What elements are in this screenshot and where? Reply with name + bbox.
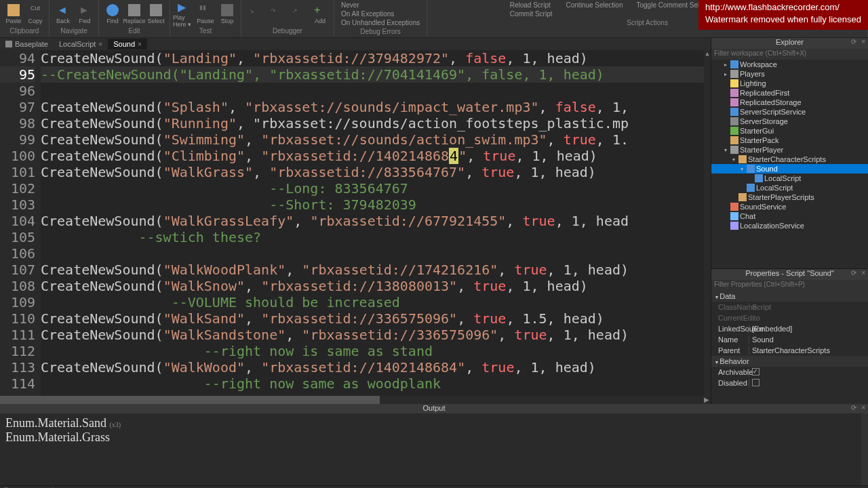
tree-item-startergui[interactable]: StarterGui bbox=[711, 126, 868, 136]
stepinto-button[interactable]: ↘ bbox=[244, 1, 266, 27]
output-body[interactable]: Enum.Material.Sand (x3) Enum.Material.Gr… bbox=[0, 413, 868, 485]
tree-item-starterplayer[interactable]: ▾StarterPlayer bbox=[711, 145, 868, 155]
baseplate-icon bbox=[5, 41, 12, 47]
add-watch-button[interactable]: +Add bbox=[309, 1, 331, 27]
panel-controls[interactable]: ⟳ × bbox=[851, 38, 867, 45]
tree-item-starterplayerscripts[interactable]: StarterPlayerScripts bbox=[711, 192, 868, 202]
tree-item-startercharacterscripts[interactable]: ▾StarterCharacterScripts bbox=[711, 155, 868, 164]
paste-button[interactable]: Paste bbox=[3, 1, 24, 27]
code-editor[interactable]: 9495969798991001011021031041051061071081… bbox=[0, 50, 711, 396]
prop-classname: ClassNameScript bbox=[711, 302, 868, 312]
panel-controls[interactable]: ⟳ × bbox=[851, 269, 867, 277]
prop-archivable[interactable]: Archivable bbox=[711, 367, 868, 378]
prop-currentedito: CurrentEdito bbox=[711, 312, 868, 323]
tree-item-serverscriptservice[interactable]: ServerScriptService bbox=[711, 107, 868, 117]
stop-button[interactable]: Stop bbox=[216, 1, 238, 27]
group-test: Test bbox=[199, 27, 212, 37]
cut-button[interactable]: Cut bbox=[24, 1, 46, 14]
tree-item-lighting[interactable]: Lighting bbox=[711, 79, 868, 88]
watermark-banner: http://www.flashbackrecorder.com/ Waterm… bbox=[698, 0, 868, 30]
tree-item-soundservice[interactable]: SoundService bbox=[711, 202, 868, 211]
select-button[interactable]: Select bbox=[145, 1, 167, 27]
output-header: Output⟳ × bbox=[0, 404, 868, 413]
tree-item-serverstorage[interactable]: ServerStorage bbox=[711, 117, 868, 126]
tab-baseplate[interactable]: Baseplate bbox=[0, 39, 54, 49]
tree-item-players[interactable]: ▸Players bbox=[711, 69, 868, 79]
play-button[interactable]: ▶Play Here ▾ bbox=[173, 1, 195, 27]
horizontal-scrollbar[interactable]: ▶ bbox=[0, 396, 711, 404]
group-debugger: Debugger bbox=[273, 27, 302, 37]
tree-item-sound[interactable]: ▾Sound bbox=[711, 164, 868, 174]
tree-item-localizationservice[interactable]: LocalizationService bbox=[711, 221, 868, 230]
section-behavior[interactable]: Behavior bbox=[711, 356, 868, 367]
pause-button[interactable]: ▮▮Pause bbox=[195, 1, 216, 27]
explorer-header: Explorer⟳ × bbox=[711, 38, 868, 49]
properties-header: Properties - Script "Sound"⟳ × bbox=[711, 269, 868, 280]
prop-disabled[interactable]: Disabled bbox=[711, 378, 868, 388]
tree-item-workspace[interactable]: ▸Workspace bbox=[711, 60, 868, 69]
tree-item-starterpack[interactable]: StarterPack bbox=[711, 136, 868, 145]
group-clipboard: Clipboard bbox=[10, 27, 39, 37]
group-scriptactions: Script Actions bbox=[627, 19, 668, 28]
close-icon[interactable]: × bbox=[98, 41, 102, 48]
tab-sound[interactable]: Sound× bbox=[108, 39, 147, 49]
replace-button[interactable]: Replace bbox=[123, 1, 145, 27]
section-data[interactable]: Data bbox=[711, 291, 868, 302]
prop-linkedsource[interactable]: LinkedSource[Embedded] bbox=[711, 323, 868, 334]
group-edit: Edit bbox=[128, 27, 140, 37]
tree-item-replicatedstorage[interactable]: ReplicatedStorage bbox=[711, 98, 868, 107]
tree-item-chat[interactable]: Chat bbox=[711, 211, 868, 221]
stepout-button[interactable]: ↗ bbox=[288, 1, 309, 27]
group-debugerrors: Debug Errors bbox=[360, 28, 400, 37]
properties-filter[interactable]: Filter Properties (Ctrl+Shift+P) bbox=[711, 280, 868, 291]
tree-item-localscript[interactable]: LocalScript bbox=[711, 183, 868, 192]
explorer-tree: ▸Workspace▸PlayersLightingReplicatedFirs… bbox=[711, 60, 868, 268]
tab-localscript[interactable]: LocalScript× bbox=[54, 39, 108, 49]
editor-tabs: Baseplate LocalScript× Sound× bbox=[0, 38, 711, 50]
debug-errors-options[interactable]: Never On All Exceptions On Unhandled Exc… bbox=[337, 0, 424, 28]
vertical-scrollbar[interactable]: ▲ bbox=[704, 50, 711, 396]
tree-item-localscript[interactable]: LocalScript bbox=[711, 174, 868, 183]
prop-parent[interactable]: ParentStarterCharacterScripts bbox=[711, 345, 868, 356]
fwd-button[interactable]: ►Fwd bbox=[74, 1, 96, 27]
copy-button[interactable]: Copy bbox=[24, 14, 46, 27]
back-button[interactable]: ◄Back bbox=[52, 1, 74, 27]
find-button[interactable]: Find bbox=[102, 1, 123, 27]
group-navigate: Navigate bbox=[60, 27, 87, 37]
tree-item-replicatedfirst[interactable]: ReplicatedFirst bbox=[711, 88, 868, 98]
prop-name[interactable]: NameSound bbox=[711, 334, 868, 345]
explorer-filter[interactable]: Filter workspace (Ctrl+Shift+X) bbox=[711, 49, 868, 60]
close-icon[interactable]: × bbox=[138, 41, 142, 48]
panel-controls[interactable]: ⟳ × bbox=[851, 404, 867, 411]
command-bar[interactable]: Run a command bbox=[0, 485, 868, 488]
stepover-button[interactable]: ↷ bbox=[266, 1, 288, 27]
output-scrollbar[interactable] bbox=[861, 413, 868, 485]
